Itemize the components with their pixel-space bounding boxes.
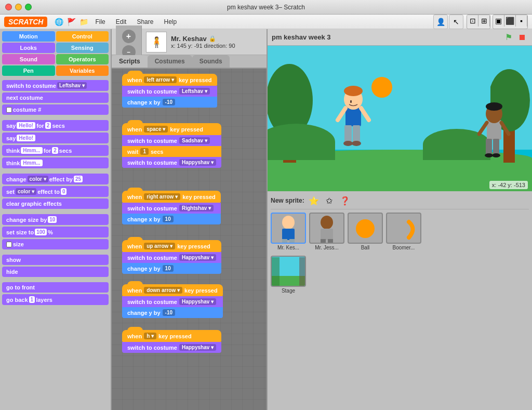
block-say-for[interactable]: say Hello! for 2 secs <box>2 120 109 131</box>
folder-icon[interactable]: 📁 <box>78 17 89 27</box>
sprite-label-keshav: Mr. Kes... <box>277 245 299 250</box>
hat-up-arrow[interactable]: when up arrow ▾ key pressed <box>122 240 221 252</box>
sprite-tray: New sprite: ⭐ ✩ ❓ Mr. Kes <box>268 191 532 410</box>
block-show[interactable]: show <box>2 255 109 265</box>
green-flag-button[interactable]: ⚑ <box>503 32 514 43</box>
window-controls <box>5 4 32 10</box>
small-stage-icon[interactable]: ▣ <box>493 15 504 27</box>
category-operators[interactable]: Operators <box>56 54 109 64</box>
minimize-button[interactable] <box>15 4 22 10</box>
block-go-back[interactable]: go back 1 layers <box>2 294 109 305</box>
block-set-effect[interactable]: set color ▾ effect to 0 <box>2 186 109 197</box>
sprite-header: + – 🧍 Mr. Keshav 🔒 x: 145 y: -91 directi… <box>112 29 267 55</box>
block-clear-effects[interactable]: clear graphic effects <box>2 199 109 209</box>
block-costume-num[interactable]: costume # <box>2 104 109 115</box>
hat-left-arrow[interactable]: when left arrow ▾ key pressed <box>122 74 217 86</box>
block-wait-1[interactable]: wait 1 secs <box>122 146 221 157</box>
stage-controls: ⚑ ⏹ <box>503 32 528 43</box>
tab-costumes[interactable]: Costumes <box>148 55 192 68</box>
scripts-workspace[interactable]: when left arrow ▾ key pressed switch to … <box>112 69 267 410</box>
block-switch-sadshav[interactable]: switch to costume Sadshav ▾ <box>122 135 221 146</box>
shrink-icon[interactable]: ⊡ <box>467 15 478 27</box>
stage-canvas[interactable]: x: -42 y: -513 <box>268 46 532 191</box>
tab-scripts[interactable]: Scripts <box>112 55 148 68</box>
block-switch-happyshav-4[interactable]: switch to costume Happyshav ▾ <box>122 342 221 353</box>
block-think[interactable]: think Hmm... <box>2 157 109 168</box>
block-change-y-10[interactable]: change y by 10 <box>122 263 221 274</box>
sprite-label-ball: Ball <box>361 245 370 250</box>
category-sensing[interactable]: Sensing <box>56 43 109 53</box>
svg-rect-25 <box>282 239 287 243</box>
block-switch-happyshav-2[interactable]: switch to costume Happyshav ▾ <box>122 252 221 263</box>
block-switch-happyshav-3[interactable]: switch to costume Happyshav ▾ <box>122 296 223 307</box>
block-change-size[interactable]: change size by 10 <box>2 214 109 225</box>
svg-rect-18 <box>493 139 499 155</box>
zoom-in-scripts[interactable]: + <box>122 30 136 43</box>
block-change-y-neg10[interactable]: change y by -10 <box>122 307 223 318</box>
lock-icon[interactable]: 🔒 <box>209 35 216 42</box>
right-toolbar: 👤 ↖ ⊡ ⊞ ▣ ⬛ ▪ <box>433 15 528 29</box>
flag-icon[interactable]: 🚩 <box>66 17 76 27</box>
hat-space-key[interactable]: when space ▾ key pressed <box>122 123 221 135</box>
category-variables[interactable]: Variables <box>56 65 109 76</box>
block-next-costume[interactable]: next costume <box>2 92 109 103</box>
fullscreen-icon[interactable]: ▪ <box>516 15 527 27</box>
svg-rect-28 <box>321 229 333 240</box>
block-change-effect[interactable]: change color ▾ effect by 25 <box>2 174 109 184</box>
block-size-reporter[interactable]: size <box>2 239 109 249</box>
hat-right-arrow[interactable]: when right arrow ▾ key pressed <box>122 191 221 203</box>
sprite-thumb-ball <box>348 213 383 244</box>
block-think-for[interactable]: think Hmm... for 2 secs <box>2 145 109 156</box>
block-switch-rightshav[interactable]: switch to costume Rightshav ▾ <box>122 203 221 214</box>
svg-rect-34 <box>272 257 280 286</box>
category-buttons: Motion Control Looks Sensing Sound Opera… <box>0 29 111 78</box>
maximize-button[interactable] <box>25 4 32 10</box>
block-set-size[interactable]: set size to 100 % <box>2 227 109 237</box>
svg-line-19 <box>479 123 487 134</box>
category-control[interactable]: Control <box>56 31 109 42</box>
block-go-front[interactable]: go to front <box>2 282 109 293</box>
hat-down-arrow[interactable]: when down arrow ▾ key pressed <box>122 284 223 296</box>
star-new-sprite[interactable]: ✩ <box>323 194 336 207</box>
large-stage-icon[interactable]: ⬛ <box>504 15 516 27</box>
script-space-key: when space ▾ key pressed switch to costu… <box>122 123 221 168</box>
stop-button[interactable]: ⏹ <box>516 32 528 43</box>
globe-icon[interactable]: 🌐 <box>54 17 64 27</box>
svg-point-22 <box>492 153 500 157</box>
sprite-item-jesse[interactable]: Mr. Jess... <box>309 213 344 250</box>
person-icon[interactable]: 👤 <box>433 15 448 29</box>
svg-point-16 <box>486 102 502 111</box>
block-say[interactable]: say Hello! <box>2 133 109 143</box>
category-pen[interactable]: Pen <box>2 65 55 76</box>
sun <box>371 77 392 98</box>
svg-rect-24 <box>282 229 295 240</box>
sprite-item-boomer[interactable]: Boomer... <box>386 213 421 250</box>
sprite-item-stage[interactable]: Stage <box>271 256 306 294</box>
grow-icon[interactable]: ⊞ <box>478 15 490 27</box>
tab-sounds[interactable]: Sounds <box>192 55 230 68</box>
close-button[interactable] <box>5 4 12 10</box>
menu-help[interactable]: Help <box>159 17 181 27</box>
help-new-sprite[interactable]: ❓ <box>339 194 351 207</box>
block-switch-happyshav-1[interactable]: switch to costume Happyshav ▾ <box>122 157 221 168</box>
sprite-item-ball[interactable]: Ball <box>348 213 383 250</box>
sprite-item-keshav[interactable]: Mr. Kes... <box>271 213 306 250</box>
block-change-x-10[interactable]: change x by 10 <box>122 214 221 224</box>
menu-file[interactable]: File <box>91 17 109 27</box>
paint-new-sprite[interactable]: ⭐ <box>308 194 320 207</box>
svg-rect-13 <box>350 100 352 103</box>
block-change-x-neg10[interactable]: change x by -10 <box>122 97 217 108</box>
category-motion[interactable]: Motion <box>2 31 55 42</box>
block-switch-leftshav[interactable]: switch to costume Leftshav ▾ <box>122 86 217 97</box>
category-sound[interactable]: Sound <box>2 54 55 64</box>
block-hide[interactable]: hide <box>2 267 109 277</box>
sprite-label-boomer: Boomer... <box>393 245 415 250</box>
scratch-logo: SCRATCH <box>4 17 47 27</box>
category-looks[interactable]: Looks <box>2 43 55 53</box>
block-switch-costume[interactable]: switch to costume Leftshav ▾ <box>2 80 109 91</box>
cursor-icon[interactable]: ↖ <box>449 15 463 29</box>
sprite-thumb-jesse <box>309 213 344 244</box>
hat-h-key[interactable]: when h ▾ key pressed <box>122 330 221 342</box>
script-right-arrow: when right arrow ▾ key pressed switch to… <box>122 191 221 224</box>
stage-panel: pm keshav week 3 ⚑ ⏹ <box>268 29 532 410</box>
